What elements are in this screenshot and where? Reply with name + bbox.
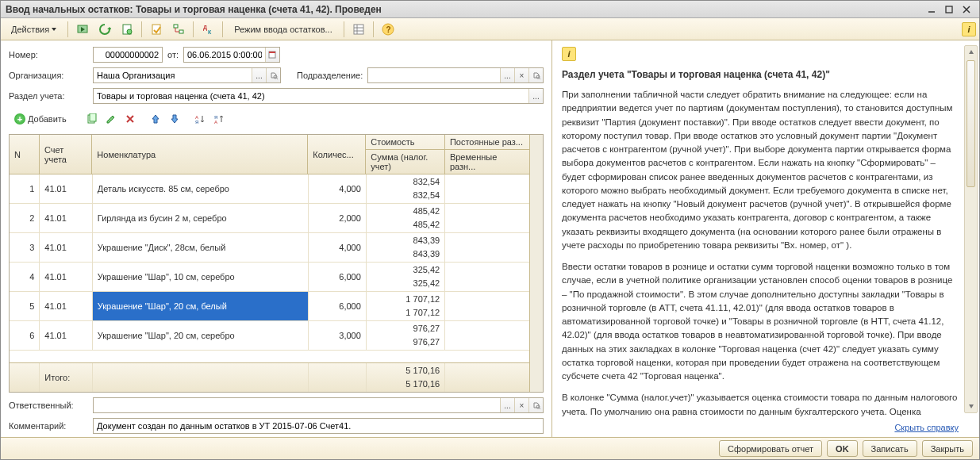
sort-desc-icon[interactable]: ЯA [210, 110, 228, 128]
svg-rect-6 [179, 30, 183, 33]
window: Ввод начальных остатков: Товары и торгов… [0, 0, 980, 460]
list-icon[interactable] [348, 21, 369, 38]
delete-icon[interactable] [121, 110, 139, 128]
link-icon[interactable] [146, 21, 167, 38]
move-up-icon[interactable] [147, 110, 164, 128]
cell-diff [445, 204, 529, 233]
clear-icon[interactable]: × [514, 398, 528, 412]
table-row[interactable]: 441.01Украшение "Шар", 10 см, серебро6,0… [10, 263, 529, 292]
org-field[interactable]: ... [93, 67, 281, 83]
cell-nomenclature: Украшение "Шар", 10 см, серебро [93, 263, 309, 292]
hide-help-link[interactable]: Скрыть справку [894, 423, 959, 432]
table-row[interactable]: 141.01Деталь искусств. 85 см, серебро4,0… [10, 174, 529, 204]
cell-cost: 1 707,121 707,12 [367, 292, 445, 321]
ok-button[interactable]: OK [827, 440, 858, 457]
move-down-icon[interactable] [166, 110, 183, 128]
table-row[interactable]: 541.01Украшение "Шар", 20 см, белый6,000… [10, 292, 529, 321]
select-icon[interactable]: ... [500, 68, 514, 82]
number-field[interactable] [93, 47, 163, 63]
cell-nomenclature: Деталь искусств. 85 см, серебро [93, 174, 309, 204]
data-grid[interactable]: N Счет учета Номенклатура Количес... Сто… [9, 134, 544, 393]
date-field[interactable] [183, 47, 280, 63]
table-toolbar: +Добавить AЯ ЯA [9, 109, 544, 129]
cell-nomenclature: Украшение "Шар", 20 см, белый [93, 292, 309, 321]
save-button[interactable]: Записать [863, 440, 917, 457]
cell-cost: 485,42485,42 [367, 204, 445, 233]
form-pane: Номер: от: Организация: ... Подразделени… [1, 40, 552, 437]
col-nomenclature[interactable]: Номенклатура [92, 148, 307, 162]
open-icon[interactable] [266, 68, 280, 82]
svg-rect-5 [174, 25, 178, 28]
grid-header: N Счет учета Номенклатура Количес... Сто… [10, 135, 529, 174]
total-label: Итого: [40, 363, 92, 392]
scroll-down-icon[interactable] [965, 400, 977, 412]
cell-diff [445, 292, 529, 321]
comment-label: Комментарий: [9, 421, 88, 431]
scroll-thumb[interactable] [967, 60, 975, 187]
col-qty[interactable]: Количес... [308, 148, 365, 162]
col-n[interactable]: N [10, 148, 39, 162]
svg-rect-13 [269, 52, 275, 53]
section-field[interactable]: ... [93, 88, 544, 104]
resp-field[interactable]: ... × [93, 397, 544, 413]
cell-qty: 2,000 [309, 204, 367, 233]
cell-qty: 3,000 [309, 321, 367, 351]
cell-qty: 4,000 [309, 174, 367, 204]
section-label: Раздел учета: [9, 91, 88, 101]
select-icon[interactable]: ... [528, 89, 543, 103]
dk-icon[interactable]: ДК [198, 21, 218, 38]
close-button[interactable]: Закрыть [922, 440, 973, 457]
edit-icon[interactable] [102, 110, 120, 128]
open-icon[interactable] [528, 68, 543, 82]
cell-n: 4 [10, 263, 40, 292]
table-row[interactable]: 241.01Гирлянда из бусин 2 м, серебро2,00… [10, 204, 529, 233]
cell-diff [445, 263, 529, 292]
cell-n: 2 [10, 204, 40, 233]
open-icon[interactable] [528, 398, 543, 412]
sort-asc-icon[interactable]: AЯ [191, 110, 209, 128]
info-tip-icon[interactable]: i [962, 22, 976, 36]
maximize-button[interactable] [941, 3, 957, 16]
add-button[interactable]: +Добавить [9, 110, 72, 128]
help-scrollbar[interactable] [964, 45, 978, 413]
help-pane: i Раздел учета "Товары и торговая наценк… [552, 40, 979, 437]
select-icon[interactable]: ... [252, 68, 266, 82]
grid-scrollbar[interactable] [529, 135, 543, 392]
cell-account: 41.01 [40, 263, 92, 292]
col-diff1[interactable]: Постоянные раз... [445, 135, 529, 149]
select-icon[interactable]: ... [500, 398, 514, 412]
run-icon[interactable] [72, 21, 93, 38]
refresh-icon[interactable] [94, 21, 115, 38]
table-row[interactable]: 341.01Украшение "Диск", 28см, белый4,000… [10, 233, 529, 263]
cell-account: 41.01 [40, 292, 92, 321]
svg-text:?: ? [386, 25, 390, 34]
from-label: от: [167, 50, 179, 59]
dept-label: Подразделение: [297, 71, 363, 80]
comment-field[interactable] [93, 418, 544, 434]
col-account[interactable]: Счет учета [40, 143, 91, 167]
svg-text:Д: Д [203, 25, 207, 31]
doc-icon[interactable] [117, 21, 137, 38]
scroll-up-icon[interactable] [965, 46, 977, 59]
copy-icon[interactable] [83, 110, 101, 128]
table-row[interactable]: 641.01Украшение "Шар", 20 см, серебро3,0… [10, 321, 529, 351]
calendar-icon[interactable] [265, 48, 279, 62]
cell-account: 41.01 [40, 204, 92, 233]
minimize-button[interactable] [924, 3, 940, 16]
tree-icon[interactable] [168, 21, 189, 38]
clear-icon[interactable]: × [514, 68, 528, 82]
col-cost[interactable]: Стоимость [366, 135, 444, 149]
col-diff2[interactable]: Временные разн... [445, 149, 529, 174]
mode-button[interactable]: Режим ввода остатков... [227, 21, 340, 38]
dept-field[interactable]: ... × [367, 67, 544, 83]
actions-menu[interactable]: Действия [4, 21, 63, 38]
col-cost-sub[interactable]: Сумма (налог. учет) [366, 149, 444, 174]
close-button[interactable] [959, 3, 974, 16]
cell-qty: 6,000 [309, 263, 367, 292]
cell-n: 5 [10, 292, 40, 321]
cell-qty: 6,000 [309, 292, 367, 321]
help-icon[interactable]: ? [378, 21, 398, 38]
form-report-button[interactable]: Сформировать отчет [719, 440, 822, 457]
actions-label: Действия [11, 25, 49, 34]
main-toolbar: Действия ДК Режим ввода остатков... ? i [1, 18, 979, 40]
